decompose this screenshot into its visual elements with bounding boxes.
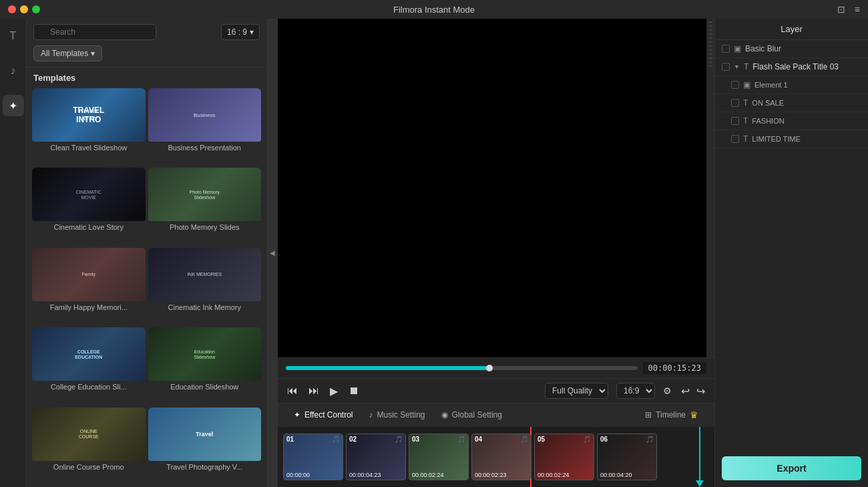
sidebar-item-effects[interactable]: ✦ — [3, 95, 24, 116]
progress-bar-area: 00:00:15:23 — [278, 357, 714, 378]
quality-select[interactable]: Full Quality — [545, 383, 608, 399]
clip-thumb-6: 06 00:00:04:20 🎵 — [598, 434, 656, 480]
layer-checkbox-basic-blur[interactable] — [722, 45, 730, 53]
layer-item-element1[interactable]: ▣ Element 1 — [715, 76, 868, 94]
template-item-6[interactable]: COLLEGE EDUCATION College Education Sli.… — [32, 327, 146, 404]
tab-timeline[interactable]: ⊞ Timeline ♛ — [637, 403, 706, 427]
all-templates-label: All Templates — [41, 49, 88, 58]
layer-checkbox-fashion[interactable] — [731, 117, 739, 125]
close-button[interactable] — [8, 5, 16, 13]
aspect-ratio-button[interactable]: 16 : 9 ▾ — [221, 24, 260, 40]
scroll-tick-8 — [708, 49, 712, 51]
template-thumb-7: Education Slideshow — [148, 327, 262, 381]
expand-arrow-flash-sale[interactable]: ▼ — [734, 63, 740, 70]
collapse-panel-button[interactable]: ◀ — [267, 19, 278, 487]
template-item-3[interactable]: Photo Memory Slideshow Photo Memory Slid… — [148, 168, 262, 245]
template-item-1[interactable]: Business Business Presentation — [148, 88, 262, 165]
template-image-7: Education Slideshow — [148, 327, 262, 381]
layer-item-basic-blur[interactable]: ▣ Basic Blur — [715, 40, 868, 58]
progress-bar[interactable] — [286, 366, 638, 370]
template-item-4[interactable]: Family Family Happy Memori... — [32, 248, 146, 325]
template-thumb-3: Photo Memory Slideshow — [148, 168, 262, 221]
layer-text-icon-flash-sale: T — [744, 62, 748, 71]
center-area: 00:00:15:23 ⏮ ⏭ ▶ ⏹ Full Quality 16:9 ⚙ … — [278, 19, 714, 487]
layer-checkbox-flash-sale[interactable] — [722, 63, 730, 71]
clip-time-3: 00:00:02:24 — [412, 472, 444, 478]
template-item-8[interactable]: ONLINE COURSE Online Course Promo — [32, 408, 146, 484]
timeline-clip-1[interactable]: 01 00:00:00 🎵 — [283, 434, 343, 480]
scroll-tick-5 — [708, 37, 712, 39]
global-setting-icon: ◉ — [441, 410, 448, 420]
tab-music-setting[interactable]: ♪ Music Setting — [361, 403, 433, 427]
template-image-3: Photo Memory Slideshow — [148, 168, 262, 221]
template-name-9: Travel Photography V... — [148, 461, 262, 473]
layer-checkbox-on-sale[interactable] — [731, 99, 739, 107]
template-thumb-2: CINEMATIC MOVIE — [32, 168, 146, 221]
layer-effect-icon-basic-blur: ▣ — [734, 44, 741, 53]
undo-button[interactable]: ↩ — [680, 383, 691, 399]
timeline-clip-3[interactable]: 03 00:00:02:24 🎵 — [409, 434, 469, 480]
layer-item-flash-sale[interactable]: ▼ T Flash Sale Pack Title 03 — [715, 58, 868, 76]
layer-checkbox-limited-time[interactable] — [731, 135, 739, 143]
template-item-5[interactable]: INK MEMORIES Cinematic Ink Memory — [148, 248, 262, 325]
template-name-1: Business Presentation — [148, 142, 262, 154]
search-input[interactable] — [33, 24, 156, 40]
clip-time-2: 00:00:04:23 — [349, 472, 381, 478]
sidebar-item-audio[interactable]: ♪ — [3, 60, 24, 82]
scroll-tick-7 — [708, 45, 712, 47]
titlebar-actions: ⊡ ≡ — [837, 4, 860, 15]
export-button[interactable]: Export — [722, 456, 861, 480]
sidebar-item-text[interactable]: T — [3, 25, 24, 47]
template-item-0[interactable]: TRAVEL INTRO Clean Travel Slideshow — [32, 88, 146, 165]
templates-panel: 🔍 16 : 9 ▾ All Templates ▾ Templates — [27, 19, 267, 487]
scroll-tick-3 — [708, 29, 712, 31]
timeline-clip-6[interactable]: 06 00:00:04:20 🎵 — [597, 434, 657, 480]
template-image-1: Business — [148, 88, 262, 142]
timeline-clip-4[interactable]: 04 00:00:02:23 🎵 — [471, 434, 531, 480]
layer-item-on-sale[interactable]: T ON SALE — [715, 94, 868, 112]
maximize-button[interactable] — [32, 5, 40, 13]
timeline-clip-2[interactable]: 02 00:00:04:23 🎵 — [346, 434, 406, 480]
settings-button[interactable]: ⚙ — [663, 385, 672, 396]
traffic-lights — [8, 5, 40, 13]
layer-label-on-sale: ON SALE — [752, 99, 784, 107]
scroll-tick-12 — [708, 65, 712, 67]
stop-button[interactable]: ⏹ — [347, 383, 361, 398]
template-name-5: Cinematic Ink Memory — [148, 301, 262, 313]
undo-redo-group: ↩ ↪ — [680, 383, 706, 399]
tab-effect-control[interactable]: ✦ Effect Control — [286, 403, 361, 427]
template-thumb-8: ONLINE COURSE — [32, 408, 146, 461]
effects-icon: ✦ — [9, 100, 17, 112]
clip-time-4: 00:00:02:23 — [475, 472, 507, 478]
template-image-9: Travel — [148, 408, 262, 461]
template-item-9[interactable]: Travel Travel Photography V... — [148, 408, 262, 484]
clip-thumb-5: 05 00:00:02:24 🎵 — [535, 434, 594, 480]
template-thumb-1: Business — [148, 88, 262, 142]
template-image-6: COLLEGE EDUCATION — [32, 327, 146, 381]
step-forward-button[interactable]: ⏭ — [307, 383, 320, 398]
clip-thumb-4: 04 00:00:02:23 🎵 — [472, 434, 531, 480]
template-image-5: INK MEMORIES — [148, 248, 262, 301]
layer-element-icon-element1: ▣ — [743, 80, 750, 90]
template-image-8: ONLINE COURSE — [32, 408, 146, 461]
all-templates-button[interactable]: All Templates ▾ — [33, 45, 102, 61]
minimize-button[interactable] — [20, 5, 28, 13]
template-item-2[interactable]: CINEMATIC MOVIE Cinematic Love Story — [32, 168, 146, 245]
play-button[interactable]: ▶ — [329, 383, 339, 399]
save-icon[interactable]: ⊡ — [837, 4, 845, 15]
template-item-7[interactable]: Education Slideshow Education Slideshow — [148, 327, 262, 404]
aspect-select[interactable]: 16:9 — [616, 383, 655, 399]
menu-icon[interactable]: ≡ — [855, 4, 860, 15]
progress-fill — [286, 366, 489, 370]
tab-global-setting[interactable]: ◉ Global Setting — [433, 403, 510, 427]
progress-handle[interactable] — [486, 365, 493, 371]
clip-thumb-1: 01 00:00:00 🎵 — [284, 434, 343, 480]
clip-thumb-3: 03 00:00:02:24 🎵 — [409, 434, 468, 480]
redo-button[interactable]: ↪ — [695, 383, 706, 399]
rewind-button[interactable]: ⏮ — [286, 383, 299, 398]
layer-item-limited-time[interactable]: T LIMITED TIME — [715, 130, 868, 148]
layer-item-fashion[interactable]: T FASHION — [715, 112, 868, 130]
timeline-clip-5[interactable]: 05 00:00:02:24 🎵 — [534, 434, 594, 480]
clip-number-3: 03 — [412, 436, 419, 443]
layer-checkbox-element1[interactable] — [731, 81, 739, 89]
